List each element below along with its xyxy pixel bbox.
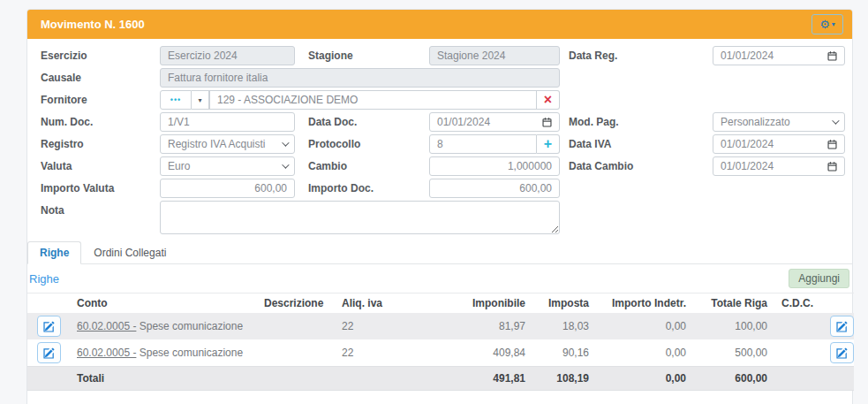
- importo-indetr-cell: 0,00: [596, 339, 693, 367]
- movimento-card: Movimento N. 1600 ⚙ ▾ Esercizio Stagione…: [26, 9, 853, 404]
- imponibile-cell: 81,97: [434, 313, 532, 339]
- esercizio-field[interactable]: [160, 46, 295, 65]
- totale-riga-cell: 500,00: [693, 339, 774, 367]
- tab-bar: Righe Ordini Collegati: [27, 241, 852, 264]
- calendar-icon: [827, 140, 837, 149]
- col-cdc: C.D.C.: [774, 293, 820, 314]
- cdc-cell: [774, 339, 820, 367]
- card-header: Movimento N. 1600 ⚙ ▾: [27, 10, 852, 39]
- fornitore-picker-caret-button[interactable]: ▾: [192, 90, 209, 110]
- ellipsis-icon: •••: [170, 95, 181, 104]
- col-aliq-iva: Aliq. iva: [335, 293, 434, 314]
- chevron-down-icon: ▾: [198, 96, 201, 104]
- stagione-field[interactable]: [429, 46, 560, 65]
- data-doc-field[interactable]: 01/01/2024: [429, 112, 560, 132]
- conto-desc: Spese comunicazione: [140, 320, 243, 332]
- causale-label: Causale: [41, 72, 160, 84]
- data-iva-label: Data IVA: [560, 138, 713, 150]
- totals-imponibile: 491,81: [434, 367, 532, 391]
- fornitore-picker-button[interactable]: •••: [160, 90, 192, 110]
- mod-pag-select[interactable]: Personalizzato: [713, 112, 845, 132]
- edit-row-button[interactable]: [37, 316, 61, 337]
- aggiungi-button[interactable]: Aggiungi: [789, 269, 849, 288]
- cambio-label: Cambio: [295, 160, 429, 172]
- imponibile-cell: 409,84: [434, 339, 532, 367]
- protocollo-group: +: [429, 134, 560, 154]
- aliq-iva-cell: 22: [335, 339, 434, 367]
- data-cambio-value: 01/01/2024: [721, 160, 774, 172]
- righe-section-title[interactable]: Righe: [29, 272, 59, 286]
- esercizio-label: Esercizio: [41, 50, 160, 62]
- nota-field[interactable]: [160, 201, 560, 234]
- righe-table: Conto Descrizione Aliq. iva Imponibile I…: [27, 293, 854, 391]
- righe-toolbar: Righe Aggiungi: [27, 264, 852, 293]
- page-title: Movimento N. 1600: [41, 18, 145, 31]
- edit-row-button[interactable]: [830, 342, 854, 363]
- totals-imposta: 108,19: [532, 367, 596, 391]
- data-reg-field[interactable]: 01/01/2024: [713, 46, 845, 65]
- importo-valuta-field[interactable]: [160, 179, 295, 198]
- col-conto: Conto: [70, 293, 257, 314]
- importo-doc-label: Importo Doc.: [295, 182, 429, 194]
- conto-cell: 60.02.0005 - Spese comunicazione: [70, 313, 257, 339]
- importo-indetr-cell: 0,00: [596, 313, 693, 339]
- nota-label: Nota: [41, 201, 160, 217]
- data-reg-label: Data Reg.: [560, 50, 713, 62]
- data-iva-value: 01/01/2024: [721, 138, 774, 150]
- data-reg-value: 01/01/2024: [721, 50, 774, 62]
- col-descrizione: Descrizione: [257, 293, 335, 314]
- num-doc-field[interactable]: [160, 112, 295, 132]
- totals-label: Totali: [70, 367, 257, 391]
- importo-doc-field[interactable]: [429, 179, 560, 198]
- data-doc-label: Data Doc.: [295, 116, 429, 128]
- registro-select[interactable]: Registro IVA Acquisti: [160, 134, 295, 154]
- table-row: 60.02.0005 - Spese comunicazione 22 409,…: [27, 339, 854, 367]
- conto-code: 60.02.0005 -: [77, 347, 136, 359]
- cdc-cell: [774, 313, 820, 339]
- chevron-down-icon: [282, 139, 289, 146]
- protocollo-label: Protocollo: [295, 138, 429, 150]
- fornitore-label: Fornitore: [41, 94, 160, 106]
- table-row: 60.02.0005 - Spese comunicazione 22 81,9…: [27, 313, 854, 339]
- importo-valuta-label: Importo Valuta: [41, 182, 160, 194]
- conto-desc: Spese comunicazione: [140, 347, 243, 359]
- aliq-iva-cell: 22: [335, 313, 434, 339]
- calendar-icon: [542, 118, 552, 127]
- data-cambio-field[interactable]: 01/01/2024: [713, 156, 845, 176]
- valuta-value: Euro: [168, 160, 190, 172]
- registro-label: Registro: [41, 138, 160, 150]
- valuta-label: Valuta: [41, 160, 160, 172]
- settings-button[interactable]: ⚙ ▾: [811, 14, 843, 34]
- cambio-field[interactable]: [429, 156, 560, 176]
- tab-ordini-collegati[interactable]: Ordini Collegati: [81, 241, 178, 264]
- edit-row-button[interactable]: [37, 342, 61, 363]
- protocollo-add-button[interactable]: +: [537, 134, 560, 154]
- plus-icon: +: [544, 137, 552, 151]
- col-imposta: Imposta: [532, 293, 596, 314]
- totals-row: Totali 491,81 108,19 0,00 600,00: [27, 367, 854, 391]
- imposta-cell: 90,16: [532, 339, 596, 367]
- fornitore-clear-button[interactable]: ×: [537, 90, 560, 110]
- col-totale-riga: Totale Riga: [693, 293, 774, 314]
- tab-righe[interactable]: Righe: [27, 241, 81, 264]
- imposta-cell: 18,03: [532, 313, 596, 339]
- table-header-row: Conto Descrizione Aliq. iva Imponibile I…: [27, 293, 854, 314]
- conto-link[interactable]: 60.02.0005 - Spese comunicazione: [77, 347, 243, 359]
- data-iva-field[interactable]: 01/01/2024: [713, 134, 845, 154]
- mod-pag-label: Mod. Pag.: [560, 116, 713, 128]
- protocollo-field[interactable]: [429, 134, 537, 154]
- pencil-square-icon: [836, 347, 848, 359]
- mod-pag-value: Personalizzato: [721, 116, 790, 128]
- chevron-down-icon: [282, 161, 289, 168]
- causale-field[interactable]: [160, 68, 560, 88]
- close-icon: ×: [544, 93, 552, 107]
- fornitore-field[interactable]: [209, 90, 537, 110]
- registro-value: Registro IVA Acquisti: [168, 138, 266, 150]
- conto-link[interactable]: 60.02.0005 - Spese comunicazione: [77, 320, 243, 332]
- stagione-label: Stagione: [295, 50, 429, 62]
- tabs-section: Righe Ordini Collegati Righe Aggiungi Co…: [27, 241, 852, 404]
- conto-code: 60.02.0005 -: [77, 320, 136, 332]
- valuta-select[interactable]: Euro: [160, 156, 295, 176]
- num-doc-label: Num. Doc.: [41, 116, 160, 128]
- edit-row-button[interactable]: [830, 316, 854, 337]
